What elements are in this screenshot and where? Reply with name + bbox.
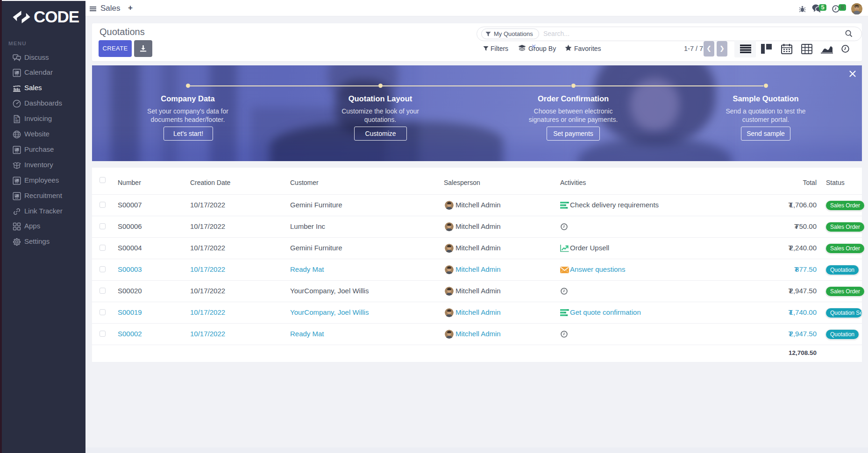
svg-text:$: $ xyxy=(15,116,17,120)
